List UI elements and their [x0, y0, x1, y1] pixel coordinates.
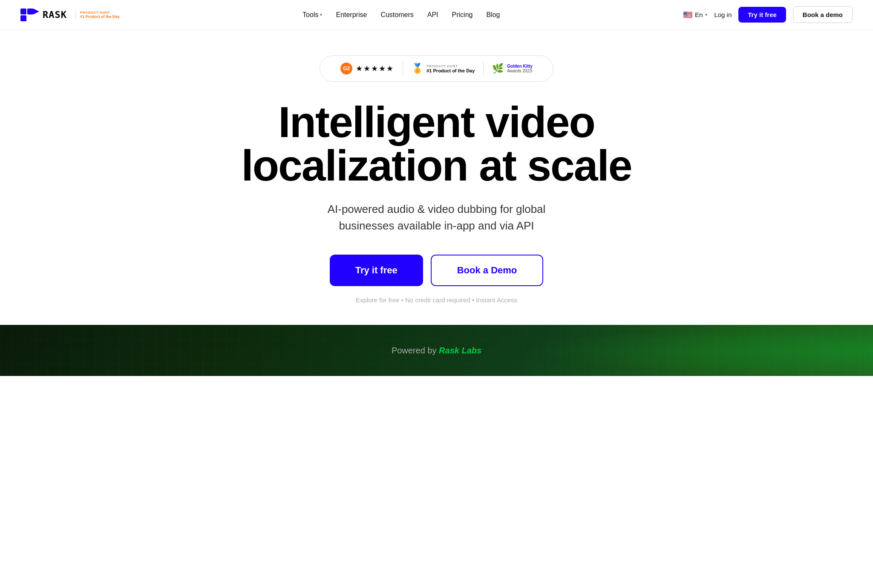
svg-marker-3	[33, 9, 39, 14]
badges-bar: G2 ★★★★★ 🏅 PRODUCT HUNT #1 Product of th…	[320, 55, 553, 82]
ph-badge-subtitle: #1 Product of the Day	[426, 68, 475, 73]
navbar: RASK PRODUCT HUNT #1 Product of the Day …	[0, 0, 873, 30]
dark-footer-section: Powered by Rask Labs	[0, 325, 873, 376]
logo-icon	[20, 9, 39, 21]
product-hunt-award-badge: 🏅 PRODUCT HUNT #1 Product of the Day	[403, 63, 483, 74]
nav-links: Tools ▾ Enterprise Customers API Pricing…	[303, 11, 500, 19]
kitty-subtitle: Awards 2023	[507, 69, 532, 73]
logo-wordmark: RASK	[43, 9, 67, 20]
cta-group: Try it free Book a Demo	[330, 255, 544, 286]
svg-rect-0	[20, 9, 26, 14]
nav-customers[interactable]: Customers	[380, 11, 413, 19]
hero-headline: Intelligent video localization at scale	[202, 100, 671, 187]
cta-note: Explore for free • No credit card requir…	[356, 296, 517, 304]
g2-badge: G2 ★★★★★	[332, 63, 403, 75]
product-hunt-badge: PRODUCT HUNT #1 Product of the Day	[75, 11, 120, 19]
hero-section: G2 ★★★★★ 🏅 PRODUCT HUNT #1 Product of th…	[0, 30, 873, 325]
svg-rect-2	[27, 9, 33, 14]
svg-rect-1	[20, 15, 26, 21]
powered-by-text: Powered by Rask Labs	[392, 346, 481, 356]
nav-pricing[interactable]: Pricing	[452, 11, 473, 19]
language-selector[interactable]: 🇺🇸 En ▾	[683, 10, 707, 20]
golden-kitty-badge: 🌿 Golden Kitty Awards 2023	[484, 63, 541, 74]
nav-tools[interactable]: Tools ▾	[303, 11, 322, 19]
tools-chevron-icon: ▾	[320, 12, 322, 17]
nav-blog[interactable]: Blog	[486, 11, 500, 19]
g2-stars: ★★★★★	[356, 64, 394, 73]
nav-api[interactable]: API	[427, 11, 438, 19]
hero-demo-button[interactable]: Book a Demo	[431, 255, 544, 286]
hero-try-button[interactable]: Try it free	[330, 255, 423, 286]
flag-icon: 🇺🇸	[683, 10, 692, 20]
logo[interactable]: RASK	[20, 9, 67, 21]
lang-chevron-icon: ▾	[705, 12, 707, 17]
nav-demo-button[interactable]: Book a demo	[793, 6, 853, 23]
nav-enterprise[interactable]: Enterprise	[336, 11, 367, 19]
kitty-icon: 🌿	[492, 63, 504, 74]
login-button[interactable]: Log in	[714, 11, 732, 18]
ph-badge-sub: #1 Product of the Day	[80, 14, 120, 19]
g2-icon: G2	[340, 63, 352, 75]
medal-icon: 🏅	[412, 63, 423, 74]
ph-badge-label: PRODUCT HUNT	[80, 11, 110, 14]
nav-try-button[interactable]: Try it free	[738, 7, 786, 23]
ph-badge-title: PRODUCT HUNT	[426, 64, 458, 68]
nav-right: 🇺🇸 En ▾ Log in Try it free Book a demo	[683, 6, 853, 23]
kitty-title: Golden Kitty	[507, 64, 532, 69]
hero-subheadline: AI-powered audio & video dubbing for glo…	[305, 201, 569, 234]
nav-left: RASK PRODUCT HUNT #1 Product of the Day	[20, 9, 120, 21]
rask-labs-brand: Rask Labs	[439, 346, 481, 355]
